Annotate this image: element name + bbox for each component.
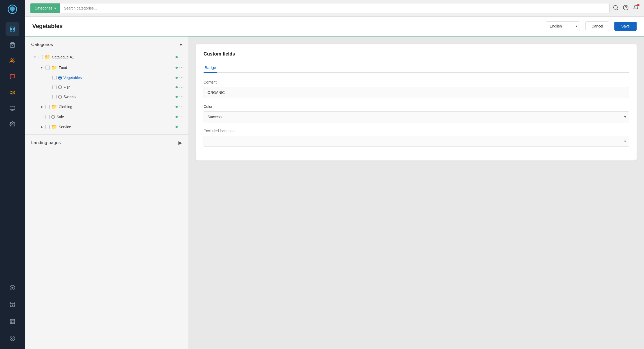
food-checkbox[interactable] (45, 66, 50, 70)
sidebar (0, 0, 25, 349)
service-label: Service (59, 125, 174, 129)
landing-chevron-icon[interactable]: ▶ (178, 140, 182, 146)
tree-item-service[interactable]: ▶ 📁 Service ··· (25, 122, 188, 132)
catalogue1-checkbox[interactable] (39, 55, 43, 59)
sidebar-item-help[interactable] (6, 332, 19, 345)
sidebar-item-grid[interactable] (6, 22, 19, 36)
sale-label: Sale (57, 115, 174, 119)
tab-badge[interactable]: Badge (204, 63, 217, 73)
excluded-locations-label: Excluded locations (204, 129, 629, 133)
vegetables-label: Vegetables (63, 76, 174, 80)
search-icon[interactable] (613, 5, 619, 12)
tree-item-clothing[interactable]: ▶ 📁 Clothing ··· (25, 102, 188, 112)
tree-item-sale[interactable]: ▾ Sale ··· (25, 112, 188, 122)
landing-section: Landing pages ▶ (25, 134, 188, 150)
svg-point-18 (10, 336, 15, 341)
clothing-status-dot (176, 106, 178, 108)
language-select[interactable]: English French Spanish German (546, 21, 580, 31)
svg-rect-14 (10, 319, 15, 324)
save-button[interactable]: Save (614, 22, 637, 31)
color-label: Color (204, 104, 629, 109)
sidebar-item-chat[interactable] (6, 70, 19, 84)
sidebar-item-table[interactable] (6, 315, 19, 328)
excluded-locations-field-group: Excluded locations ▾ (204, 129, 629, 147)
page-title: Vegetables (32, 23, 540, 30)
excluded-locations-select[interactable] (204, 136, 629, 147)
notification-dot (637, 4, 640, 6)
sidebar-item-megaphone[interactable] (6, 86, 19, 99)
catalogue1-label: Catalogue #1 (52, 55, 174, 59)
fish-checkbox[interactable] (52, 85, 57, 89)
svg-rect-7 (10, 106, 15, 110)
svg-rect-4 (13, 30, 15, 31)
sale-radio[interactable] (51, 115, 55, 119)
fish-label: Fish (63, 85, 174, 89)
food-more-icon[interactable]: ··· (179, 65, 184, 70)
fish-radio[interactable] (58, 85, 62, 89)
catalogue1-status-dot (176, 56, 178, 58)
sweets-radio[interactable] (58, 95, 62, 99)
service-more-icon[interactable]: ··· (179, 125, 184, 129)
service-expand-icon: ▶ (40, 125, 44, 129)
logo (6, 3, 19, 16)
clothing-more-icon[interactable]: ··· (179, 104, 184, 109)
sale-more-icon[interactable]: ··· (179, 114, 184, 119)
help-icon[interactable] (623, 5, 629, 12)
color-select[interactable]: Success Warning Danger Info Primary (204, 111, 629, 122)
notification-wrapper[interactable] (633, 5, 639, 12)
left-panel: Categories ▾ ▾ 📁 Catalogue #1 ··· ▾ 📁 Fo… (25, 36, 189, 349)
catalogue1-expand-icon: ▾ (33, 55, 37, 59)
sidebar-item-layers[interactable] (6, 102, 19, 115)
sidebar-item-basket[interactable] (6, 298, 19, 311)
vegetables-radio[interactable] (58, 76, 62, 80)
category-dropdown-button[interactable]: Categories ▾ (30, 3, 60, 13)
search-input[interactable] (60, 3, 609, 13)
sweets-checkbox[interactable] (52, 95, 57, 99)
categories-title: Categories (31, 42, 53, 47)
sale-checkbox[interactable] (45, 115, 50, 119)
tree-item-fish[interactable]: ▾ Fish ··· (25, 82, 188, 92)
svg-rect-2 (13, 27, 15, 29)
tree-item-sweets[interactable]: ▾ Sweets ··· (25, 92, 188, 102)
fish-more-icon[interactable]: ··· (179, 85, 184, 90)
fish-status-dot (176, 86, 178, 88)
clothing-folder-icon: 📁 (51, 104, 57, 110)
sidebar-item-plus[interactable] (6, 281, 19, 295)
catalogue1-more-icon[interactable]: ··· (179, 55, 184, 59)
content-input[interactable] (204, 87, 629, 98)
sweets-label: Sweets (63, 95, 174, 99)
svg-point-6 (11, 59, 13, 61)
tree-item-vegetables[interactable]: ▾ Vegetables ··· (25, 73, 188, 82)
sidebar-item-users[interactable] (6, 54, 19, 68)
color-select-wrapper: Success Warning Danger Info Primary ▾ (204, 111, 629, 122)
sweets-more-icon[interactable]: ··· (179, 94, 184, 99)
right-panel: Custom fields Badge Content Color (189, 36, 644, 349)
search-wrapper: Categories ▾ (30, 3, 610, 13)
topbar: Categories ▾ (25, 0, 644, 17)
catalogue1-folder-icon: 📁 (44, 54, 50, 60)
svg-rect-3 (10, 30, 12, 31)
two-panel: Categories ▾ ▾ 📁 Catalogue #1 ··· ▾ 📁 Fo… (25, 36, 644, 349)
service-checkbox[interactable] (45, 125, 50, 129)
cancel-button[interactable]: Cancel (585, 21, 609, 31)
vegetables-more-icon[interactable]: ··· (179, 75, 184, 80)
tree-item-catalogue1[interactable]: ▾ 📁 Catalogue #1 ··· (25, 52, 188, 62)
sidebar-item-gear[interactable] (6, 117, 19, 131)
service-status-dot (176, 126, 178, 128)
landing-title: Landing pages (31, 140, 61, 145)
svg-rect-1 (10, 27, 12, 29)
vegetables-checkbox[interactable] (52, 76, 57, 80)
svg-point-10 (12, 123, 13, 125)
color-field-group: Color Success Warning Danger Info Primar… (204, 104, 629, 122)
svg-line-20 (617, 9, 618, 10)
sidebar-item-shopping-bag[interactable] (6, 38, 19, 52)
vegetables-status-dot (176, 77, 178, 79)
clothing-checkbox[interactable] (45, 105, 50, 109)
page-header: Vegetables English French Spanish German… (25, 17, 644, 36)
svg-point-19 (614, 5, 618, 9)
card-title: Custom fields (204, 51, 629, 57)
food-folder-icon: 📁 (51, 65, 57, 71)
categories-chevron-icon[interactable]: ▾ (180, 42, 182, 48)
sweets-status-dot (176, 96, 178, 98)
tree-item-food[interactable]: ▾ 📁 Food ··· (25, 62, 188, 73)
